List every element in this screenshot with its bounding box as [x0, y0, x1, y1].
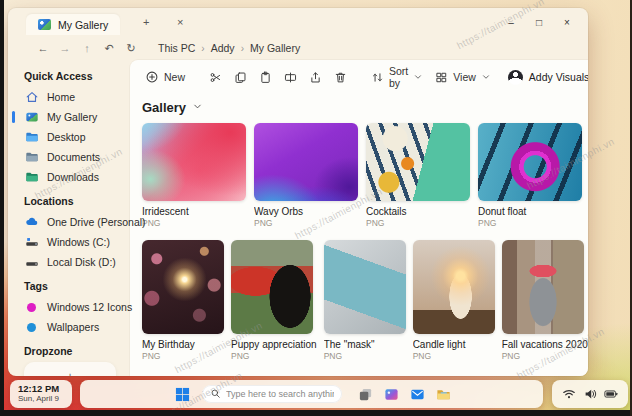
mail-app-icon[interactable]	[409, 386, 425, 402]
wifi-icon	[561, 386, 577, 402]
paste-button[interactable]	[254, 67, 277, 87]
minimize-button[interactable]: –	[500, 13, 522, 31]
paste-icon	[259, 71, 272, 84]
search-icon	[210, 385, 221, 403]
folder-icon	[24, 130, 39, 145]
file-thumbnail	[142, 240, 224, 334]
maximize-button[interactable]: □	[528, 13, 550, 31]
file-type: PNG	[478, 218, 582, 228]
dropzone-area[interactable]: + Drag & Drop temporary files here	[24, 362, 116, 376]
file-type: PNG	[142, 351, 224, 361]
section-title-dropzone: Dropzone	[24, 345, 122, 357]
sidebar: Quick Access Home My Gallery	[8, 60, 130, 376]
windows-start-icon[interactable]	[174, 386, 190, 402]
files-app-icon[interactable]	[435, 386, 451, 402]
sort-by-button[interactable]: Sort by	[366, 67, 428, 87]
copy-icon	[234, 71, 247, 84]
task-view-icon[interactable]	[357, 386, 373, 402]
breadcrumb-addy[interactable]: Addy	[211, 42, 235, 54]
taskbar-search-input[interactable]	[226, 389, 334, 399]
plus-icon: +	[66, 370, 74, 376]
refresh-icon[interactable]: ↻	[122, 42, 140, 55]
file-thumbnail	[478, 123, 582, 201]
file-name: Wavy Orbs	[254, 206, 358, 217]
up-icon[interactable]: ↑	[78, 42, 96, 54]
taskbar-main-pill	[80, 380, 543, 408]
file-card-cocktails[interactable]: Cocktails PNG	[366, 123, 470, 228]
sidebar-item-windows-c[interactable]: Windows (C:)	[24, 232, 122, 252]
sidebar-item-label: Downloads	[47, 171, 99, 183]
undo-icon[interactable]: ↶	[100, 42, 118, 55]
sidebar-item-documents[interactable]: Documents	[24, 147, 122, 167]
my-gallery-window: My Gallery + × – □ × ← → ↑ ↶ ↻ This PC ›…	[8, 8, 588, 376]
breadcrumb: This PC › Addy › My Gallery	[158, 42, 300, 54]
window-controls: – □ ×	[500, 13, 578, 31]
sidebar-item-windows-12-icons[interactable]: Windows 12 Icons	[24, 297, 122, 317]
navigation-bar: ← → ↑ ↶ ↻ This PC › Addy › My Gallery	[8, 36, 588, 60]
tag-magenta-icon	[24, 300, 39, 315]
new-tab-button[interactable]: +	[138, 16, 154, 28]
sidebar-item-label: One Drive (Personal)	[47, 216, 146, 228]
file-thumbnail	[231, 240, 313, 334]
file-card-my-birthday[interactable]: My Birthday PNG	[142, 240, 224, 361]
view-label: View	[453, 71, 476, 83]
chevron-down-icon	[192, 98, 203, 116]
avatar	[508, 70, 523, 85]
clock-widget[interactable]: 12:12 PM Sun, April 9	[10, 380, 72, 408]
tab-my-gallery[interactable]: My Gallery	[26, 14, 120, 35]
copy-button[interactable]	[229, 67, 252, 87]
home-icon	[24, 90, 39, 105]
sidebar-item-home[interactable]: Home	[24, 87, 122, 107]
close-tab-button[interactable]: ×	[172, 16, 188, 28]
system-tray[interactable]	[552, 380, 628, 408]
gallery-heading: Gallery	[142, 100, 186, 115]
view-button[interactable]: View	[430, 67, 496, 87]
delete-button[interactable]	[329, 67, 352, 87]
breadcrumb-this-pc[interactable]: This PC	[158, 42, 195, 54]
file-card-candle-light[interactable]: Candle light PNG	[413, 240, 495, 361]
breadcrumb-my-gallery[interactable]: My Gallery	[250, 42, 300, 54]
sidebar-item-desktop[interactable]: Desktop	[24, 127, 122, 147]
back-icon[interactable]: ←	[34, 42, 52, 54]
file-card-irridescent[interactable]: Irridescent PNG	[142, 123, 246, 228]
file-type: PNG	[254, 218, 358, 228]
close-button[interactable]: ×	[556, 13, 578, 31]
new-button[interactable]: New	[140, 67, 190, 87]
sidebar-item-label: Wallpapers	[47, 321, 99, 333]
sidebar-item-one-drive[interactable]: One Drive (Personal)	[24, 212, 122, 232]
sidebar-item-label: Windows 12 Icons	[47, 301, 132, 313]
file-thumbnail	[142, 123, 246, 201]
content-panel: New	[130, 60, 588, 376]
sidebar-item-wallpapers[interactable]: Wallpapers	[24, 317, 122, 337]
file-thumbnail	[324, 240, 406, 334]
share-button[interactable]	[304, 67, 327, 87]
volume-icon	[582, 386, 598, 402]
file-name: Donut float	[478, 206, 582, 217]
file-thumbnail	[254, 123, 358, 201]
forward-icon[interactable]: →	[56, 42, 74, 54]
photos-app-icon[interactable]	[383, 386, 399, 402]
sidebar-item-local-disk-d[interactable]: Local Disk (D:)	[24, 252, 122, 272]
file-card-donut-float[interactable]: Donut float PNG	[478, 123, 582, 228]
file-type: PNG	[413, 351, 495, 361]
sidebar-item-label: Local Disk (D:)	[47, 256, 116, 268]
gallery-header[interactable]: Gallery	[142, 98, 580, 116]
sidebar-item-downloads[interactable]: Downloads	[24, 167, 122, 187]
file-card-puppy-appreciation[interactable]: Puppy appreciation PNG	[231, 240, 317, 361]
rename-button[interactable]	[279, 67, 302, 87]
new-button-label: New	[164, 71, 185, 83]
scissors-icon	[209, 71, 222, 84]
user-account-chip[interactable]: Addy Visuals	[508, 70, 588, 85]
sidebar-item-my-gallery[interactable]: My Gallery	[24, 107, 122, 127]
sidebar-item-label: Desktop	[47, 131, 86, 143]
titlebar: My Gallery + × – □ ×	[8, 8, 588, 36]
screenshot-edge	[0, 0, 4, 416]
taskbar-search-field[interactable]	[202, 385, 342, 403]
breadcrumb-separator: ›	[241, 43, 244, 54]
drive-windows-icon	[24, 235, 39, 250]
file-card-fall-vacations[interactable]: Fall vacations 2020 PNG	[502, 240, 588, 361]
cut-button[interactable]	[204, 67, 227, 87]
gallery-icon	[24, 110, 39, 125]
file-card-the-mask[interactable]: The "mask" PNG	[324, 240, 406, 361]
file-card-wavy-orbs[interactable]: Wavy Orbs PNG	[254, 123, 358, 228]
